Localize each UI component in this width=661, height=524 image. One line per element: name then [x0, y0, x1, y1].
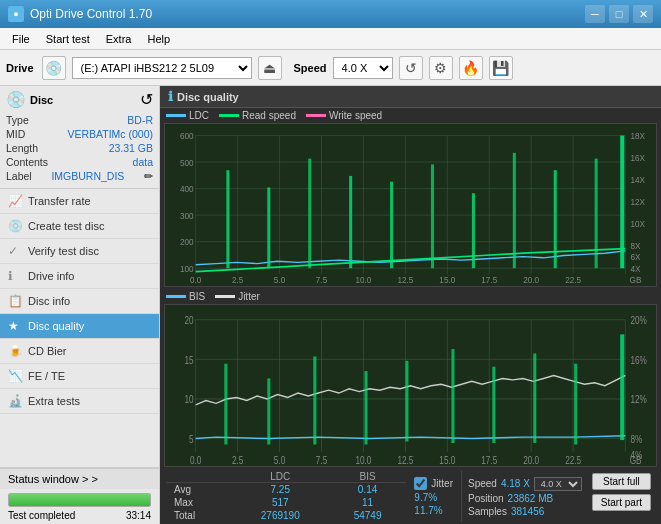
svg-text:16%: 16% [630, 353, 646, 366]
svg-text:10: 10 [185, 392, 194, 405]
jitter-checkbox-row: Jitter [414, 477, 453, 490]
svg-text:15.0: 15.0 [439, 453, 455, 466]
position-row: Position 23862 MB [468, 493, 582, 504]
disc-label-edit-icon[interactable]: ✏ [144, 170, 153, 183]
disc-quality-header: ℹ Disc quality [160, 86, 661, 108]
total-ldc: 2769190 [232, 509, 329, 522]
max-label: Max [166, 496, 232, 509]
cd-bier-label: CD Bier [28, 345, 67, 357]
legend-jitter: Jitter [215, 291, 260, 302]
disc-mid-row: MID VERBATIMc (000) [6, 127, 153, 141]
sidebar-item-disc-quality[interactable]: ★ Disc quality [0, 314, 159, 339]
menu-start-test[interactable]: Start test [38, 31, 98, 47]
transfer-rate-icon: 📈 [8, 194, 22, 208]
sidebar-item-disc-info[interactable]: 📋 Disc info [0, 289, 159, 314]
bis-label: BIS [189, 291, 205, 302]
svg-rect-90 [224, 363, 227, 444]
speed-label: Speed [294, 62, 327, 74]
ldc-label: LDC [189, 110, 209, 121]
col-bis: BIS [329, 471, 407, 483]
disc-type-key: Type [6, 114, 29, 126]
samples-row: Samples 381456 [468, 506, 582, 517]
svg-rect-50 [513, 153, 516, 268]
disc-quality-label: Disc quality [28, 320, 84, 332]
svg-rect-96 [492, 366, 495, 442]
svg-rect-45 [308, 159, 311, 269]
stats-avg-row: Avg 7.25 0.14 [166, 483, 406, 497]
max-ldc: 517 [232, 496, 329, 509]
config-button[interactable]: ⚙ [429, 56, 453, 80]
jitter-label: Jitter [238, 291, 260, 302]
drive-select[interactable]: (E:) ATAPI iHBS212 2 5L09 [72, 57, 252, 79]
status-time: 33:14 [126, 510, 151, 521]
avg-bis: 0.14 [329, 483, 407, 497]
bottom-chart-legend: BIS Jitter [160, 289, 661, 304]
stats-area: LDC BIS Avg 7.25 0.14 Max 517 11 [160, 469, 661, 524]
disc-mid-key: MID [6, 128, 25, 140]
position-label: Position [468, 493, 504, 504]
sidebar-item-fe-te[interactable]: 📉 FE / TE [0, 364, 159, 389]
svg-text:22.5: 22.5 [565, 453, 581, 466]
sidebar-item-verify-test[interactable]: ✓ Verify test disc [0, 239, 159, 264]
svg-text:200: 200 [180, 237, 194, 248]
stats-total-row: Total 2769190 54749 [166, 509, 406, 522]
speed-setting-select[interactable]: 4.0 X [534, 477, 582, 491]
status-row: Test completed 33:14 [4, 509, 155, 522]
bottom-chart-svg: 20 15 10 5 20% 16% 12% 8% 4% 0.0 2.5 5.0… [165, 305, 656, 467]
refresh-button[interactable]: ↺ [399, 56, 423, 80]
window-controls: ─ □ ✕ [585, 5, 653, 23]
svg-rect-49 [472, 193, 475, 268]
menu-help[interactable]: Help [139, 31, 178, 47]
svg-text:2.5: 2.5 [232, 275, 244, 286]
sidebar-item-cd-bier[interactable]: 🍺 CD Bier [0, 339, 159, 364]
stats-table: LDC BIS Avg 7.25 0.14 Max 517 11 [166, 471, 406, 522]
jitter-section: Jitter 9.7% 11.7% [406, 471, 461, 522]
sidebar-item-transfer-rate[interactable]: 📈 Transfer rate [0, 189, 159, 214]
disc-panel: 💿 Disc ↺ Type BD-R MID VERBATIMc (000) L… [0, 86, 159, 189]
minimize-button[interactable]: ─ [585, 5, 605, 23]
svg-text:6X: 6X [630, 252, 640, 263]
start-full-button[interactable]: Start full [592, 473, 651, 490]
svg-rect-93 [364, 371, 367, 444]
stats-max-row: Max 517 11 [166, 496, 406, 509]
app-icon: ● [8, 6, 24, 22]
close-button[interactable]: ✕ [633, 5, 653, 23]
svg-text:7.5: 7.5 [316, 453, 328, 466]
sidebar-item-drive-info[interactable]: ℹ Drive info [0, 264, 159, 289]
save-button[interactable]: 💾 [489, 56, 513, 80]
read-speed-label: Read speed [242, 110, 296, 121]
start-part-button[interactable]: Start part [592, 494, 651, 511]
status-text: Test completed [8, 510, 75, 521]
speed-select[interactable]: 4.0 X [333, 57, 393, 79]
jitter-avg-row: 9.7% [414, 492, 453, 503]
svg-rect-95 [451, 349, 454, 443]
disc-info-icon: 📋 [8, 294, 22, 308]
cd-bier-icon: 🍺 [8, 344, 22, 358]
total-label: Total [166, 509, 232, 522]
menu-file[interactable]: File [4, 31, 38, 47]
progress-bar-fill [9, 494, 150, 506]
jitter-checkbox[interactable] [414, 477, 427, 490]
eject-button[interactable]: ⏏ [258, 56, 282, 80]
maximize-button[interactable]: □ [609, 5, 629, 23]
svg-text:5.0: 5.0 [274, 453, 286, 466]
sidebar-item-extra-tests[interactable]: 🔬 Extra tests [0, 389, 159, 414]
disc-quality-icon: ★ [8, 319, 22, 333]
status-window-button[interactable]: Status window > > [0, 468, 159, 489]
content-area: ℹ Disc quality LDC Read speed Write spee… [160, 86, 661, 524]
menu-extra[interactable]: Extra [98, 31, 140, 47]
drive-info-label: Drive info [28, 270, 74, 282]
svg-text:2.5: 2.5 [232, 453, 244, 466]
disc-refresh-icon[interactable]: ↺ [140, 90, 153, 109]
burn-button[interactable]: 🔥 [459, 56, 483, 80]
svg-rect-43 [226, 170, 229, 268]
fe-te-icon: 📉 [8, 369, 22, 383]
drive-info-icon: ℹ [8, 269, 22, 283]
disc-length-key: Length [6, 142, 38, 154]
status-area: Status window > > Test completed 33:14 [0, 467, 159, 524]
svg-text:17.5: 17.5 [481, 275, 497, 286]
disc-contents-val: data [133, 156, 153, 168]
sidebar-item-create-test[interactable]: 💿 Create test disc [0, 214, 159, 239]
disc-length-row: Length 23.31 GB [6, 141, 153, 155]
chart-buttons: Start full Start part [588, 471, 655, 522]
